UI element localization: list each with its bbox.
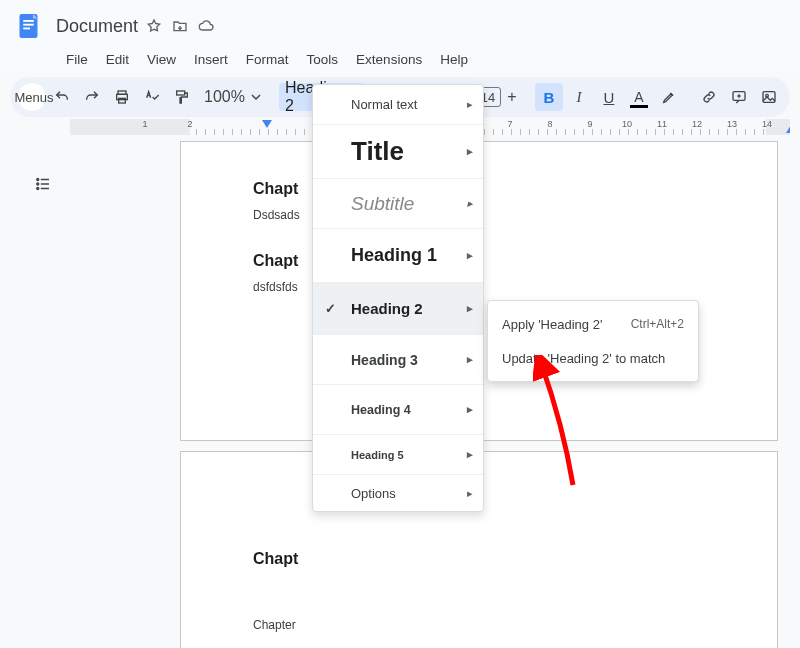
svg-point-13 <box>37 183 39 185</box>
style-item-label: Normal text <box>351 97 417 112</box>
style-item-label: Subtitle <box>351 193 414 215</box>
menu-view[interactable]: View <box>139 48 184 71</box>
menu-help[interactable]: Help <box>432 48 476 71</box>
zoom-dropdown[interactable]: 100% <box>198 83 267 111</box>
style-item-label: Heading 5 <box>351 449 404 461</box>
submenu-arrow-icon: ▸ <box>467 197 473 210</box>
move-icon[interactable] <box>172 18 188 34</box>
docs-logo-icon[interactable] <box>10 6 50 46</box>
svg-rect-10 <box>763 92 775 103</box>
highlight-button[interactable] <box>655 83 683 111</box>
ruler-tick: 14 <box>762 119 772 129</box>
title-icons <box>146 18 214 34</box>
underline-button[interactable]: U <box>595 83 623 111</box>
insert-image-button[interactable] <box>755 83 783 111</box>
bold-button[interactable]: B <box>535 83 563 111</box>
right-indent-icon[interactable] <box>786 125 790 133</box>
ruler-tick: 9 <box>587 119 592 129</box>
svg-point-14 <box>37 188 39 190</box>
body-text[interactable]: Chapter <box>253 618 705 632</box>
print-button[interactable] <box>108 83 136 111</box>
style-item-heading-4[interactable]: Heading 4▸ <box>313 385 483 435</box>
undo-button[interactable] <box>48 83 76 111</box>
increase-font-button[interactable]: + <box>501 88 523 106</box>
submenu-shortcut: Ctrl+Alt+2 <box>631 317 684 331</box>
submenu-arrow-icon: ▸ <box>467 145 473 158</box>
heading2-submenu: Apply 'Heading 2' Ctrl+Alt+2 Update 'Hea… <box>487 300 699 382</box>
submenu-arrow-icon: ▸ <box>467 353 473 366</box>
style-item-heading-2[interactable]: ✓Heading 2▸ <box>313 283 483 335</box>
style-item-label: Options <box>351 486 396 501</box>
italic-button[interactable]: I <box>565 83 593 111</box>
checkmark-icon: ✓ <box>325 301 336 316</box>
style-item-options[interactable]: Options▸ <box>313 475 483 511</box>
insert-link-button[interactable] <box>695 83 723 111</box>
submenu-arrow-icon: ▸ <box>467 487 473 500</box>
cloud-status-icon[interactable] <box>198 18 214 34</box>
style-item-label: Heading 1 <box>351 245 437 266</box>
ruler-tick: 8 <box>547 119 552 129</box>
style-item-label: Heading 4 <box>351 403 411 417</box>
submenu-arrow-icon: ▸ <box>467 448 473 461</box>
svg-rect-3 <box>23 28 30 30</box>
menu-extensions[interactable]: Extensions <box>348 48 430 71</box>
ruler-tick: 11 <box>657 119 667 129</box>
menu-format[interactable]: Format <box>238 48 297 71</box>
zoom-value: 100% <box>204 88 245 106</box>
text-color-button[interactable]: A <box>625 83 653 111</box>
paint-format-button[interactable] <box>168 83 196 111</box>
style-item-title[interactable]: Title▸ <box>313 125 483 179</box>
menu-tools[interactable]: Tools <box>299 48 347 71</box>
style-item-normal-text[interactable]: Normal text▸ <box>313 85 483 125</box>
menu-file[interactable]: File <box>58 48 96 71</box>
redo-button[interactable] <box>78 83 106 111</box>
header: Document File Edit View Insert Format To… <box>0 0 800 71</box>
submenu-arrow-icon: ▸ <box>467 98 473 111</box>
outline-toggle-button[interactable] <box>28 169 58 199</box>
paragraph-styles-menu: Normal text▸Title▸Subtitle▸Heading 1▸✓He… <box>312 84 484 512</box>
ruler-tick: 7 <box>507 119 512 129</box>
style-item-heading-5[interactable]: Heading 5▸ <box>313 435 483 475</box>
ruler-tick: 13 <box>727 119 737 129</box>
star-icon[interactable] <box>146 18 162 34</box>
style-item-label: Title <box>351 136 404 167</box>
svg-rect-2 <box>23 24 34 26</box>
menu-insert[interactable]: Insert <box>186 48 236 71</box>
submenu-arrow-icon: ▸ <box>467 249 473 262</box>
style-item-label: Heading 3 <box>351 352 418 368</box>
menu-bar: File Edit View Insert Format Tools Exten… <box>10 48 790 71</box>
svg-rect-8 <box>177 91 185 95</box>
submenu-arrow-icon: ▸ <box>467 302 473 315</box>
style-item-subtitle[interactable]: Subtitle▸ <box>313 179 483 229</box>
svg-point-12 <box>37 179 39 181</box>
document-title[interactable]: Document <box>56 16 140 37</box>
apply-heading2-item[interactable]: Apply 'Heading 2' Ctrl+Alt+2 <box>488 307 698 341</box>
title-row: Document <box>10 6 790 46</box>
ruler-margin-left <box>70 119 190 135</box>
style-item-heading-1[interactable]: Heading 1▸ <box>313 229 483 283</box>
menu-edit[interactable]: Edit <box>98 48 137 71</box>
ruler-tick: 2 <box>187 119 192 129</box>
svg-rect-1 <box>23 20 34 22</box>
ruler-tick: 1 <box>142 119 147 129</box>
style-item-label: Heading 2 <box>351 300 423 317</box>
update-heading2-item[interactable]: Update 'Heading 2' to match <box>488 341 698 375</box>
submenu-label: Apply 'Heading 2' <box>502 317 602 332</box>
submenu-arrow-icon: ▸ <box>467 403 473 416</box>
heading-text[interactable]: Chapt <box>253 550 705 568</box>
menus-search-button[interactable]: Menus <box>18 83 46 111</box>
style-item-heading-3[interactable]: Heading 3▸ <box>313 335 483 385</box>
submenu-label: Update 'Heading 2' to match <box>502 351 665 366</box>
spellcheck-button[interactable] <box>138 83 166 111</box>
ruler-tick: 10 <box>622 119 632 129</box>
add-comment-button[interactable] <box>725 83 753 111</box>
ruler-gutter <box>10 119 70 135</box>
first-line-indent-icon[interactable] <box>262 120 272 128</box>
ruler-tick: 12 <box>692 119 702 129</box>
